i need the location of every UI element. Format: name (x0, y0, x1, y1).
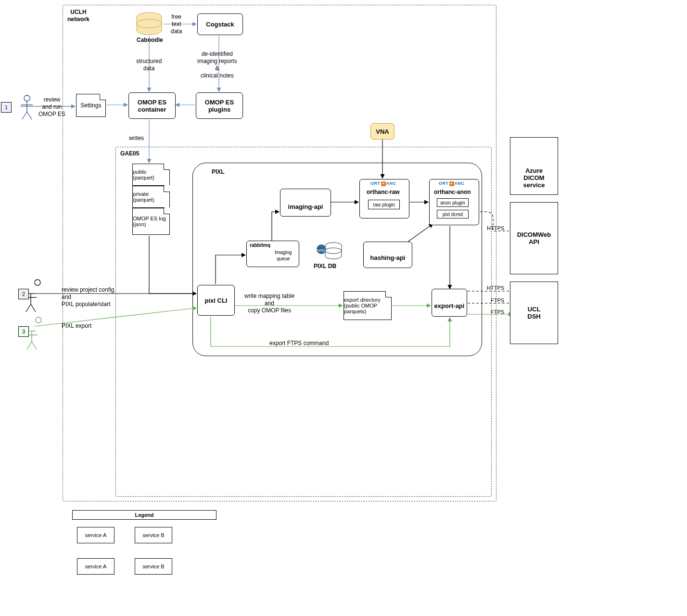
pixl-label: PIXL (212, 168, 225, 176)
svg-point-45 (36, 317, 41, 323)
legend-a1: service A (77, 527, 114, 543)
actor-3-tag: 3 (18, 326, 29, 337)
legend-a2: service A (77, 558, 114, 575)
raw-plugin-box: raw plugin (368, 200, 400, 209)
legend-b1: service B (135, 527, 172, 543)
edge-pixl-export: PIXL export (62, 322, 91, 330)
vna-box: VNA (370, 123, 394, 140)
edge-structured: structured data (136, 58, 162, 72)
uclh-network-label: UCLH network (67, 9, 89, 23)
svg-line-48 (27, 342, 32, 349)
edge-https2: HTTPS (487, 285, 504, 292)
svg-point-39 (35, 280, 40, 285)
pixl-dcmd-box: pixl dcmd (437, 210, 469, 218)
settings-label: Settings (80, 102, 101, 109)
svg-line-42 (26, 304, 31, 312)
caboodle-label: Caboodle (137, 37, 163, 44)
edge-review-project: review project config and PIXL populate/… (62, 286, 114, 308)
anon-plugin-box: anon plugin (437, 198, 469, 207)
settings-file: Settings (76, 94, 106, 117)
edge-ftps2: FTPS (491, 309, 504, 316)
imaging-api-box: imaging-api (280, 189, 331, 217)
omop-plugins-box: OMOP ES plugins (196, 92, 243, 119)
legend-frame (72, 510, 216, 587)
svg-point-34 (24, 95, 30, 101)
svg-line-37 (22, 112, 27, 119)
svg-line-43 (31, 304, 36, 312)
svg-line-49 (32, 342, 37, 349)
imaging-queue-label: Imaging queue (275, 250, 292, 262)
ucl-dsh-box: UCL DSH (510, 282, 558, 344)
rabbitmq-box: rabbitmq Imaging queue (246, 241, 299, 267)
legend-b2: service B (135, 558, 172, 575)
actor-2-tag: 2 (18, 289, 29, 299)
hashing-api-box: hashing-api (363, 242, 412, 268)
omop-log-file: OMOP ES log (json) (132, 208, 170, 235)
edge-ftps1: FTPS (491, 297, 504, 304)
export-dir-file: export directory (public OMOP parquets) (344, 291, 392, 320)
export-api-box: export-api (432, 289, 467, 317)
azure-dicom-box: Azure DICOM service (510, 137, 558, 195)
dicomweb-box: DICOMWeb API (510, 202, 558, 274)
edge-write-mapping: write mapping table and copy OMOP files (244, 293, 294, 314)
gae05-label: GAE05 (120, 150, 139, 157)
pixl-db-label: PIXL DB (314, 263, 336, 270)
legend-title: Legend (72, 510, 216, 520)
cogstack-box: Cogstack (197, 13, 243, 35)
edge-review-run: review and run OMOP ES (38, 96, 65, 118)
orthanc-anon-label: orthanc-anon (434, 189, 471, 196)
omop-container-box: OMOP ES container (128, 92, 176, 119)
actor-1-figure (21, 95, 33, 119)
orthanc-logo-raw: ORT+ANC (370, 181, 396, 186)
edge-free-text: free text data (171, 13, 182, 35)
orthanc-raw-label: orthanc-raw (367, 189, 400, 196)
pixl-cli-box: pixl CLI (197, 285, 235, 316)
edge-deid: de-identified imaging reports & clinical… (197, 51, 237, 79)
actor-1-tag: 1 (1, 102, 12, 113)
orthanc-logo-anon: ORT+ANC (439, 181, 465, 186)
private-parquet-file: private (parquet) (132, 186, 170, 208)
rabbitmq-label: rabbitmq (250, 243, 270, 249)
edge-export-ftps: export FTPS command (269, 340, 329, 347)
edge-https1: HTTPS (487, 225, 504, 232)
edge-writes: writes (129, 135, 144, 142)
public-parquet-file: public (parquet) (132, 164, 170, 186)
svg-line-38 (27, 112, 32, 119)
